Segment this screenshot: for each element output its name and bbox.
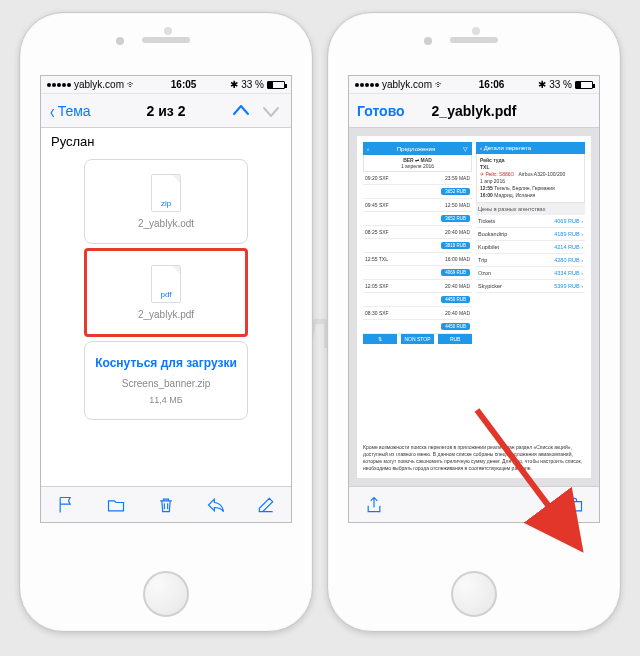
carrier-label: yablyk.com [382,79,432,90]
nav-bar: ‹ Тема 2 из 2 [41,94,291,128]
home-button[interactable] [143,571,189,617]
pdf-preview[interactable]: ‹Предложения▽ BER ⇌ MAD1 апреля 2016 09:… [349,128,599,486]
agent-row: Trip4280 RUB › [476,254,585,267]
flight-row: 12:05 SXF20:40 MAD [363,280,472,293]
file-icon: pdf [151,265,181,303]
battery-icon [267,81,285,89]
flight-row: 08:30 SXF20:40 MAD [363,307,472,320]
battery-percent: 33 % [549,79,572,90]
screen-left: yablyk.com ᯤ 16:05 ✱ 33 % ‹ Тема 2 [40,75,292,523]
attachment-download[interactable]: Коснуться для загрузки Screens_banner.zi… [84,341,248,420]
briefcase-button[interactable] [563,494,585,516]
status-time: 16:06 [445,79,538,90]
nav-bar: Готово 2_yablyk.pdf [349,94,599,128]
next-message-button[interactable] [259,99,283,123]
status-time: 16:05 [137,79,230,90]
back-label: Тема [58,103,91,119]
agent-row: Kupibilet4214 RUB › [476,241,585,254]
sender-name: Руслан [41,128,291,155]
done-button[interactable]: Готово [357,103,405,119]
move-button[interactable] [105,494,127,516]
back-button[interactable]: ‹ Тема [49,101,91,121]
mail-body: Руслан zip 2_yablyk.odt pdf 2_yablyk.pdf… [41,128,291,486]
flight-row: 08:25 SXF20:40 MAD [363,226,472,239]
attachment-filename: Screens_banner.zip [122,378,210,389]
pdf-col-offers: ‹Предложения▽ BER ⇌ MAD1 апреля 2016 09:… [363,142,472,436]
home-button[interactable] [451,571,497,617]
status-bar: yablyk.com ᯤ 16:06 ✱ 33 % [349,76,599,94]
battery-percent: 33 % [241,79,264,90]
attachment-odt[interactable]: zip 2_yablyk.odt [84,159,248,244]
bluetooth-icon: ✱ [538,79,546,90]
flight-price-row: 4069 RUB [363,266,472,280]
flight-price-row: 3818 RUB [363,239,472,253]
screen-right: yablyk.com ᯤ 16:06 ✱ 33 % Готово 2_yably… [348,75,600,523]
attachment-filename: 2_yablyk.odt [138,218,194,229]
bottom-toolbar [349,486,599,522]
carrier-label: yablyk.com [74,79,124,90]
signal-dots-icon [47,83,71,87]
chevron-left-icon: ‹ [50,101,55,121]
wifi-icon: ᯤ [127,79,137,90]
compose-button[interactable] [255,494,277,516]
phone-right: yablyk.com ᯤ 16:06 ✱ 33 % Готово 2_yably… [327,12,621,632]
flight-row: 09:20 SXF23:59 MAD [363,172,472,185]
phone-left: yablyk.com ᯤ 16:05 ✱ 33 % ‹ Тема 2 [19,12,313,632]
prev-message-button[interactable] [229,99,253,123]
flag-button[interactable] [55,494,77,516]
flight-price-row: 3652 RUB [363,212,472,226]
battery-icon [575,81,593,89]
pdf-col-details: ‹ Детали перелета Рейс туда TXL ✈ Рейс: … [476,142,585,436]
trash-button[interactable] [155,494,177,516]
flight-price-row: 4450 RUB [363,320,472,334]
bluetooth-icon: ✱ [230,79,238,90]
tap-to-download-label: Коснуться для загрузки [95,356,237,372]
reply-button[interactable] [205,494,227,516]
file-icon: zip [151,174,181,212]
pdf-page: ‹Предложения▽ BER ⇌ MAD1 апреля 2016 09:… [357,136,591,478]
flight-price-row: 4450 RUB [363,293,472,307]
agent-row: Skypicker5399 RUB › [476,280,585,293]
bottom-toolbar [41,486,291,522]
agent-row: Bookandtrip4189 RUB › [476,228,585,241]
wifi-icon: ᯤ [435,79,445,90]
attachment-size: 11,4 МБ [149,395,182,405]
flight-row: 09:45 SXF12:50 MAD [363,199,472,212]
attachment-filename: 2_yablyk.pdf [138,309,194,320]
flight-price-row: 3652 RUB [363,185,472,199]
attachment-pdf-highlighted[interactable]: pdf 2_yablyk.pdf [84,248,248,337]
agent-row: Tickets4069 RUB › [476,215,585,228]
status-bar: yablyk.com ᯤ 16:05 ✱ 33 % [41,76,291,94]
signal-dots-icon [355,83,379,87]
pdf-paragraph: Кроме возможности поиска перелетов в при… [363,440,585,472]
share-button[interactable] [363,494,385,516]
agent-row: Ozon4334 RUB › [476,267,585,280]
flight-row: 12:55 TXL16:00 MAD [363,253,472,266]
